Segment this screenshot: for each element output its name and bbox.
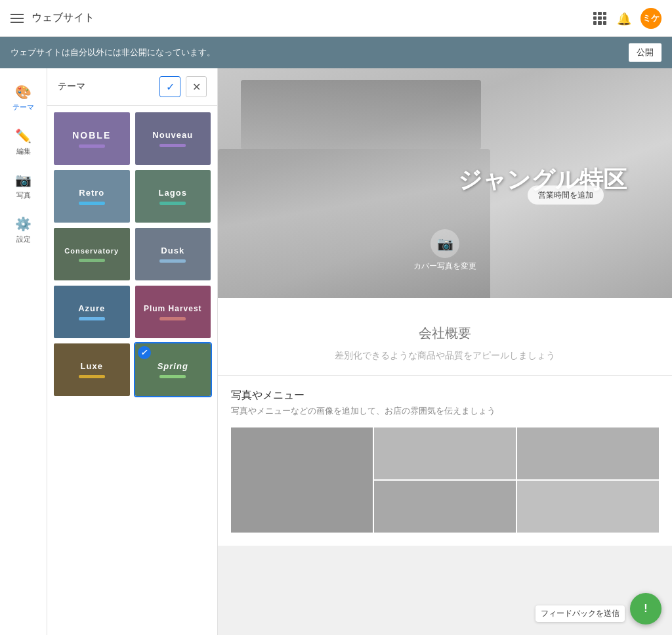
theme-bar-azure — [79, 317, 105, 320]
hero-section: ジャングル特区 ジャングル特区 営業時間を追加 📷 — [218, 68, 672, 298]
add-hours-area: 営業時間を追加 — [528, 185, 604, 204]
theme-name-retro: Retro — [79, 188, 104, 198]
photo-cell-3 — [517, 427, 659, 479]
theme-selected-check: ✓ — [138, 346, 151, 359]
theme-card-noble[interactable]: NOBLE — [52, 111, 131, 166]
sidebar-theme-label: テーマ — [12, 102, 34, 112]
theme-bar-noble — [79, 144, 105, 148]
apps-icon[interactable] — [593, 12, 606, 25]
banner-message: ウェブサイトは自分以外には非公開になっています。 — [10, 47, 215, 58]
overview-section: 会社概要 差別化できるような商品や品質をアピールしましょう — [218, 298, 672, 376]
privacy-banner: ウェブサイトは自分以外には非公開になっています。 公開 — [0, 37, 672, 68]
nav-left: ウェブサイト — [10, 11, 94, 25]
sidebar-item-settings[interactable]: ⚙️ 設定 — [0, 211, 47, 250]
theme-card-lagos[interactable]: Lagos — [134, 169, 213, 224]
main-layout: 🎨 テーマ ✏️ 編集 📷 写真 ⚙️ 設定 テーマ ✓ ✕ — [0, 68, 672, 635]
theme-name-lagos: Lagos — [159, 188, 187, 198]
overview-desc: 差別化できるような商品や品質をアピールしましょう — [257, 350, 633, 362]
theme-name-dusk: Dusk — [161, 246, 184, 255]
photo-cell-2 — [374, 427, 516, 479]
sidebar-item-theme[interactable]: 🎨 テーマ — [0, 79, 47, 118]
menu-section-title: 写真やメニュー — [231, 389, 659, 403]
theme-bar-luxe — [79, 375, 105, 378]
theme-panel-title: テーマ — [58, 81, 85, 93]
theme-icon: 🎨 — [15, 84, 32, 100]
theme-bar-retro — [79, 202, 105, 205]
edit-icon: ✏️ — [15, 128, 32, 144]
theme-panel-actions: ✓ ✕ — [159, 76, 207, 97]
theme-card-luxe[interactable]: Luxe — [52, 342, 131, 397]
photo-cell-4 — [374, 481, 516, 533]
theme-card-retro[interactable]: Retro — [52, 169, 131, 224]
photo-grid — [231, 427, 659, 533]
laptop-keyboard — [218, 149, 490, 299]
change-cover-button[interactable]: 📷 カバー写真を変更 — [413, 229, 476, 272]
laptop-screen — [241, 80, 482, 149]
notification-icon[interactable] — [617, 12, 630, 25]
theme-card-dusk[interactable]: Dusk — [134, 227, 213, 282]
theme-bar-plum — [159, 317, 186, 320]
theme-name-spring: Spring — [158, 361, 188, 371]
theme-card-nouveau[interactable]: Nouveau — [134, 111, 213, 166]
sidebar-item-photo[interactable]: 📷 写真 — [0, 167, 47, 206]
photo-icon: 📷 — [15, 172, 32, 188]
avatar[interactable]: ミケ — [640, 8, 662, 29]
menu-section-desc: 写真やメニューなどの画像を追加して、お店の雰囲気を伝えましょう — [231, 405, 659, 417]
change-cover-icon: 📷 — [430, 229, 459, 258]
theme-bar-nouveau — [159, 144, 186, 147]
theme-name-nouveau: Nouveau — [152, 130, 193, 140]
confirm-theme-button[interactable]: ✓ — [159, 76, 180, 97]
change-cover-label: カバー写真を変更 — [413, 261, 476, 272]
settings-icon: ⚙️ — [15, 216, 32, 232]
content-area: ジャングル特区 ジャングル特区 営業時間を追加 📷 — [218, 68, 672, 635]
theme-bar-dusk — [159, 259, 186, 263]
sidebar-settings-label: 設定 — [16, 234, 31, 244]
theme-bar-spring — [159, 375, 186, 378]
photo-cell-5 — [517, 481, 659, 533]
photo-cell-1 — [231, 427, 373, 533]
nav-right: ミケ — [593, 8, 662, 29]
menu-icon[interactable] — [10, 14, 24, 23]
preview-area: ジャングル特区 ジャングル特区 営業時間を追加 📷 — [218, 68, 672, 546]
feedback-button[interactable]: ! — [630, 593, 662, 624]
top-nav: ウェブサイト ミケ — [0, 0, 672, 37]
sidebar-item-edit[interactable]: ✏️ 編集 — [0, 123, 47, 162]
overview-title: 会社概要 — [257, 324, 633, 342]
theme-card-conservatory[interactable]: Conservatory — [52, 227, 131, 282]
theme-card-azure[interactable]: Azure — [52, 284, 131, 339]
theme-name-plum: Plum Harvest — [144, 304, 202, 313]
theme-panel-header: テーマ ✓ ✕ — [47, 68, 217, 106]
feedback-label: フィードバックを送信 — [536, 605, 625, 622]
sidebar: 🎨 テーマ ✏️ 編集 📷 写真 ⚙️ 設定 — [0, 68, 47, 635]
hero-bottom-actions: 📷 カバー写真を変更 — [218, 229, 672, 272]
theme-bar-lagos — [159, 202, 186, 205]
close-theme-button[interactable]: ✕ — [186, 76, 207, 97]
sidebar-edit-label: 編集 — [16, 146, 31, 156]
theme-card-plum[interactable]: Plum Harvest — [134, 284, 213, 339]
theme-grid: NOBLE Nouveau Retro — [47, 106, 217, 403]
menu-section: 写真やメニュー 写真やメニューなどの画像を追加して、お店の雰囲気を伝えましょう — [218, 376, 672, 546]
theme-name-noble: NOBLE — [72, 130, 111, 141]
app-title: ウェブサイト — [32, 11, 94, 25]
theme-name-azure: Azure — [78, 303, 105, 313]
add-hours-button[interactable]: 営業時間を追加 — [528, 185, 604, 204]
theme-panel: テーマ ✓ ✕ NOBLE Nouveau — [47, 68, 218, 635]
sidebar-photo-label: 写真 — [16, 190, 31, 200]
theme-card-spring[interactable]: ✓ Spring — [134, 342, 213, 397]
theme-name-conservatory: Conservatory — [64, 247, 119, 255]
theme-bar-conservatory — [79, 259, 105, 262]
publish-button[interactable]: 公開 — [629, 43, 662, 62]
theme-name-luxe: Luxe — [81, 361, 103, 371]
feedback-icon: ! — [644, 603, 647, 615]
